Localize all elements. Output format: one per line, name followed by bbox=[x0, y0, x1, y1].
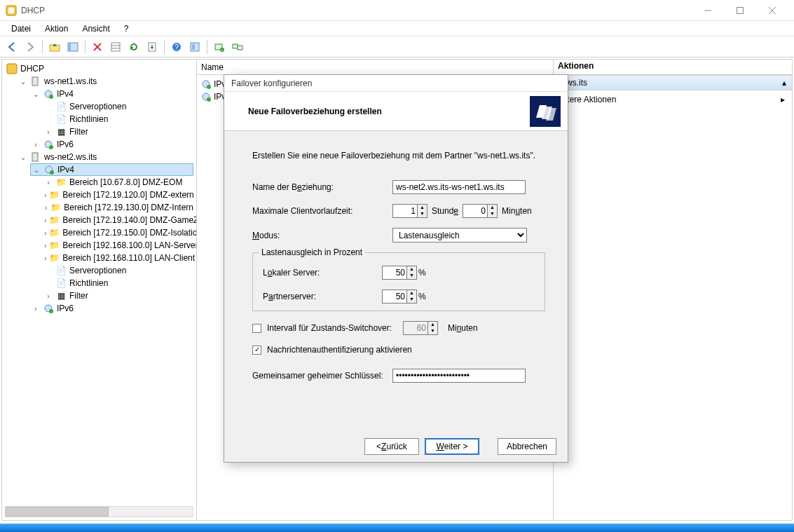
local-server-spinner[interactable]: ▲▼ bbox=[382, 266, 417, 280]
forward-button[interactable] bbox=[22, 39, 38, 55]
tree-server1-ipv4[interactable]: ⌄ IPv4 bbox=[30, 88, 193, 100]
menu-aktion[interactable]: Aktion bbox=[38, 22, 75, 35]
tree-serveroptions[interactable]: 📄Serveroptionen bbox=[43, 100, 193, 113]
hours-spinner[interactable]: ▲▼ bbox=[392, 204, 427, 218]
minutes-input[interactable] bbox=[463, 205, 487, 217]
authorize-server-button[interactable]: + bbox=[212, 39, 227, 55]
minutes-spinner[interactable]: ▲▼ bbox=[463, 204, 498, 218]
shared-secret-input[interactable] bbox=[392, 369, 526, 383]
switchover-input bbox=[404, 322, 427, 334]
options-button[interactable] bbox=[187, 39, 203, 55]
minutes-unit-label: Minuten bbox=[502, 206, 532, 216]
tree-server2-ipv4[interactable]: ⌄ IPv4 bbox=[30, 163, 193, 176]
local-server-input[interactable] bbox=[383, 266, 406, 279]
tree-scope[interactable]: ›📁Bereich [192.168.110.0] LAN-Client bbox=[43, 252, 193, 264]
window-close-button[interactable] bbox=[756, 0, 788, 21]
cancel-button[interactable]: Abbrechen bbox=[498, 438, 556, 455]
expand-toggle-icon[interactable]: ⌄ bbox=[32, 90, 40, 98]
actions-section-header[interactable]: 2.ws.its ▴ bbox=[554, 75, 792, 90]
tree-pane: DHCP ⌄ ws-net1.ws.its ⌄ bbox=[2, 60, 197, 520]
load-balance-fieldset: Lastenausgleich in Prozent Lokaler Serve… bbox=[252, 252, 545, 311]
tree-item-label: Serveroptionen bbox=[69, 266, 126, 275]
tree-server2-ipv6[interactable]: ›IPv6 bbox=[30, 302, 193, 315]
tree-policies[interactable]: 📄Richtlinien bbox=[43, 277, 193, 289]
expand-toggle-icon[interactable]: ⌄ bbox=[32, 165, 41, 174]
tree-policies[interactable]: 📄Richtlinien bbox=[43, 113, 193, 125]
tree-filter[interactable]: ›▦Filter bbox=[43, 125, 193, 138]
expand-toggle-icon[interactable]: › bbox=[44, 178, 53, 186]
menu-datei[interactable]: Datei bbox=[4, 22, 38, 35]
submenu-arrow-icon: ▸ bbox=[781, 95, 785, 104]
svg-point-36 bbox=[207, 85, 211, 89]
expand-toggle-icon[interactable]: › bbox=[44, 292, 53, 300]
relationship-name-input[interactable] bbox=[392, 180, 526, 194]
tree-scope[interactable]: ›📁Bereich [10.67.8.0] DMZ-EOM bbox=[43, 176, 193, 189]
partner-server-input[interactable] bbox=[383, 290, 406, 303]
export-list-button[interactable] bbox=[144, 39, 160, 55]
up-folder-button[interactable] bbox=[47, 39, 62, 55]
expand-toggle-icon[interactable]: › bbox=[44, 203, 48, 212]
tree-scope[interactable]: ›📁Bereich [172.19.150.0] DMZ-Isolatio bbox=[43, 226, 193, 239]
tree-root-dhcp[interactable]: DHCP bbox=[5, 62, 193, 75]
tree-scope[interactable]: ›📁Bereich [192.168.100.0] LAN-Server bbox=[43, 239, 193, 252]
window-minimize-button[interactable] bbox=[692, 0, 724, 21]
tree-serveroptions[interactable]: 📄Serveroptionen bbox=[43, 264, 193, 277]
folder-icon: 📄 bbox=[55, 278, 67, 289]
tree-scope[interactable]: ›📁Bereich [172.19.130.0] DMZ-Intern bbox=[43, 201, 193, 214]
properties-button[interactable] bbox=[108, 39, 123, 55]
tree-server1-ipv6[interactable]: ›IPv6 bbox=[30, 138, 193, 151]
tree-scope[interactable]: ›📁Bereich [172.19.120.0] DMZ-extern bbox=[43, 189, 193, 201]
tree-server1[interactable]: ⌄ ws-net1.ws.its bbox=[18, 75, 193, 88]
tree-item-label: Bereich [172.19.130.0] DMZ-Intern bbox=[64, 203, 193, 212]
mode-select[interactable]: Lastenausgleich bbox=[392, 228, 527, 243]
partner-server-spinner[interactable]: ▲▼ bbox=[382, 289, 417, 303]
expand-toggle-icon[interactable]: › bbox=[32, 140, 40, 149]
tree-server2[interactable]: ⌄ ws-net2.ws.its bbox=[18, 151, 193, 163]
spinner-buttons[interactable]: ▲▼ bbox=[406, 266, 416, 279]
tree-item-label: IPv6 bbox=[57, 303, 74, 313]
back-button[interactable] bbox=[4, 39, 20, 55]
actions-more-actions[interactable]: eitere Aktionen ▸ bbox=[554, 90, 792, 109]
tree-scope[interactable]: ›📁Bereich [172.19.140.0] DMZ-GameZ bbox=[43, 214, 193, 226]
tree-filter[interactable]: ›▦Filter bbox=[43, 289, 193, 302]
show-hide-tree-button[interactable] bbox=[65, 39, 81, 55]
next-button[interactable]: Weiter > bbox=[425, 438, 479, 455]
expand-toggle-icon[interactable]: › bbox=[32, 304, 40, 313]
expand-toggle-icon[interactable]: › bbox=[44, 229, 46, 237]
help-button[interactable]: ? bbox=[169, 39, 184, 55]
spinner-buttons[interactable]: ▲▼ bbox=[487, 205, 497, 217]
ip-node-icon bbox=[201, 79, 211, 89]
expand-toggle-icon[interactable]: › bbox=[44, 216, 46, 224]
menu-ansicht[interactable]: Ansicht bbox=[75, 22, 116, 35]
scrollbar-thumb[interactable] bbox=[6, 507, 109, 517]
switchover-checkbox[interactable] bbox=[252, 324, 261, 333]
back-button[interactable]: < Zurück bbox=[364, 438, 419, 455]
expand-toggle-icon[interactable]: › bbox=[44, 191, 46, 199]
ipv4-icon bbox=[43, 164, 55, 175]
expand-toggle-icon[interactable]: › bbox=[44, 128, 53, 136]
svg-rect-11 bbox=[111, 43, 120, 51]
message-auth-checkbox[interactable] bbox=[252, 346, 261, 355]
tree-item-label: Bereich [192.168.110.0] LAN-Client bbox=[62, 253, 195, 263]
tree-horizontal-scrollbar[interactable] bbox=[5, 506, 193, 517]
delete-button[interactable] bbox=[90, 39, 105, 55]
switchover-spinner: ▲▼ bbox=[403, 321, 438, 335]
expand-toggle-icon[interactable]: ⌄ bbox=[19, 77, 27, 86]
collapse-section-icon[interactable]: ▴ bbox=[782, 78, 786, 88]
list-column-header[interactable]: Name bbox=[197, 60, 553, 75]
spinner-buttons[interactable]: ▲▼ bbox=[406, 290, 416, 303]
spinner-buttons[interactable]: ▲▼ bbox=[417, 205, 427, 217]
expand-toggle-icon[interactable]: ⌄ bbox=[19, 153, 27, 161]
refresh-button[interactable] bbox=[126, 39, 142, 55]
manage-servers-button[interactable] bbox=[230, 39, 245, 55]
hours-input[interactable] bbox=[393, 205, 417, 217]
expand-toggle-icon[interactable]: › bbox=[44, 241, 46, 250]
load-balance-legend: Lastenausgleich in Prozent bbox=[259, 247, 365, 257]
dialog-footer: < Zurück Weiter > Abbrechen bbox=[224, 431, 568, 462]
dialog-titlebar[interactable]: Failover konfigurieren bbox=[224, 75, 568, 92]
message-auth-label: Nachrichtenauthentifizierung aktivieren bbox=[267, 345, 412, 355]
menu-help[interactable]: ? bbox=[117, 22, 136, 35]
expand-toggle-icon[interactable]: › bbox=[44, 254, 46, 262]
window-maximize-button[interactable] bbox=[724, 0, 756, 21]
svg-point-27 bbox=[49, 95, 53, 99]
